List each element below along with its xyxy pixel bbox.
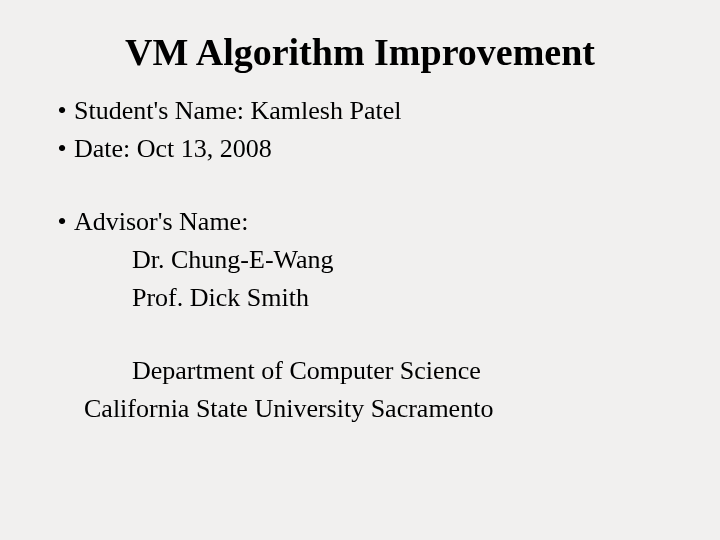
advisor-line-2: Prof. Dick Smith [50,279,680,317]
department-line: Department of Computer Science [50,352,680,390]
bullet-date: • Date: Oct 13, 2008 [50,130,680,168]
advisor-line-1: Dr. Chung-E-Wang [50,241,680,279]
bullet-dot-icon: • [50,130,74,168]
blank-line [50,167,680,203]
slide-title: VM Algorithm Improvement [40,30,680,74]
bullet-text: Date: Oct 13, 2008 [74,130,680,168]
blank-line [50,316,680,352]
slide: VM Algorithm Improvement • Student's Nam… [0,0,720,540]
bullet-dot-icon: • [50,203,74,241]
bullet-text: Advisor's Name: [74,203,680,241]
bullet-text: Student's Name: Kamlesh Patel [74,92,680,130]
university-line: California State University Sacramento [50,390,680,428]
bullet-dot-icon: • [50,92,74,130]
bullet-advisor: • Advisor's Name: [50,203,680,241]
slide-content: • Student's Name: Kamlesh Patel • Date: … [40,92,680,428]
bullet-student: • Student's Name: Kamlesh Patel [50,92,680,130]
